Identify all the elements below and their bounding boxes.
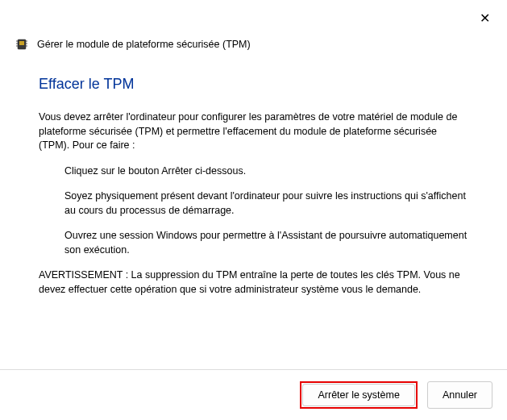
- intro-text: Vous devez arrêter l'ordinateur pour con…: [39, 110, 468, 153]
- highlighted-primary-action: Arrêter le système: [300, 381, 417, 409]
- close-icon: ✕: [480, 10, 490, 26]
- content-heading: Effacer le TPM: [39, 76, 468, 93]
- list-item: Cliquez sur le bouton Arrêter ci-dessous…: [64, 164, 468, 179]
- list-item: Ouvrez une session Windows pour permettr…: [64, 229, 468, 257]
- steps-list: Cliquez sur le bouton Arrêter ci-dessous…: [39, 164, 468, 258]
- dialog-title: Gérer le module de plateforme sécurisée …: [37, 39, 251, 50]
- close-button[interactable]: ✕: [472, 6, 497, 29]
- warning-text: AVERTISSEMENT : La suppression du TPM en…: [39, 268, 468, 297]
- titlebar: ✕: [0, 0, 507, 31]
- dialog-window: ✕ Gérer le module de plateforme sécurisé…: [0, 0, 507, 420]
- svg-rect-1: [19, 41, 24, 45]
- dialog-content: Effacer le TPM Vous devez arrêter l'ordi…: [0, 61, 507, 369]
- shutdown-button[interactable]: Arrêter le système: [302, 384, 414, 406]
- dialog-footer: Arrêter le système Annuler: [0, 369, 507, 420]
- cancel-button[interactable]: Annuler: [427, 381, 492, 409]
- dialog-header: Gérer le module de plateforme sécurisée …: [0, 31, 507, 61]
- list-item: Soyez physiquement présent devant l'ordi…: [64, 189, 468, 218]
- tpm-chip-icon: [16, 37, 29, 52]
